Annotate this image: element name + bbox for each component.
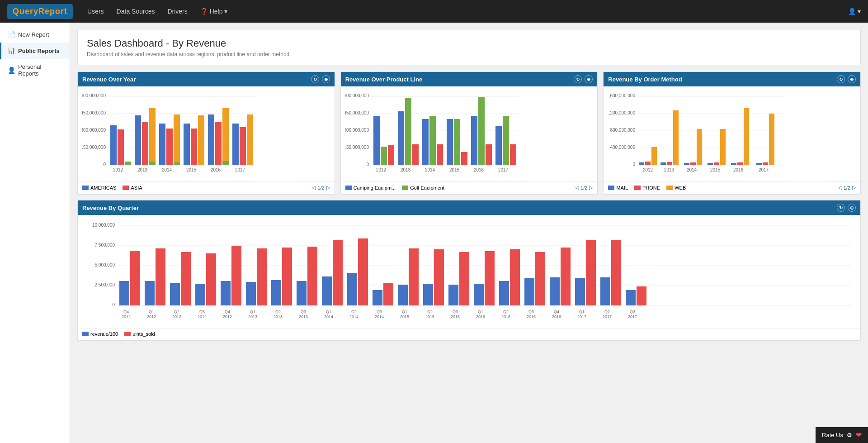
svg-text:Q1: Q1: [326, 310, 331, 314]
svg-text:0: 0: [633, 162, 636, 167]
svg-rect-179: [510, 249, 520, 305]
svg-rect-21: [174, 114, 180, 162]
nav-users[interactable]: Users: [82, 5, 109, 18]
sidebar-label-public-reports: Public Reports: [18, 48, 60, 54]
rate-us-bar[interactable]: Rate Us ⚙ ❤: [816, 427, 868, 443]
sidebar-item-new-report[interactable]: 📄 New Report: [0, 26, 70, 43]
svg-text:2014: 2014: [375, 314, 384, 319]
svg-rect-163: [409, 248, 419, 305]
svg-text:450,000,000: 450,000,000: [345, 110, 369, 115]
svg-text:0: 0: [103, 162, 106, 167]
svg-text:Q4: Q4: [225, 310, 230, 314]
svg-text:2016: 2016: [733, 167, 744, 172]
legend-next-order[interactable]: ▷: [852, 185, 856, 191]
svg-rect-191: [586, 240, 596, 305]
svg-rect-98: [744, 108, 749, 165]
svg-rect-19: [166, 129, 173, 165]
svg-text:2013: 2013: [248, 314, 257, 319]
legend-label-web: WEB: [675, 185, 686, 191]
settings-icon-year[interactable]: ⊕: [322, 75, 330, 83]
svg-text:2017: 2017: [498, 167, 509, 172]
legend-prev-year[interactable]: ◁: [312, 185, 316, 191]
legend-label-americas: AMERICAS: [90, 185, 116, 191]
refresh-icon-product[interactable]: ↻: [574, 75, 582, 83]
legend-color-camping: [345, 186, 352, 190]
svg-text:2013: 2013: [274, 314, 283, 319]
legend-nav-product: ◁ 1/2 ▷: [575, 185, 593, 191]
sidebar-item-public-reports[interactable]: 📊 Public Reports: [0, 43, 70, 59]
nav-help[interactable]: ❓ Help ▾: [195, 5, 233, 18]
svg-rect-88: [667, 162, 672, 165]
nav-drivers[interactable]: Drivers: [162, 5, 193, 18]
svg-rect-66: [503, 116, 509, 165]
legend-golf: Golf Equipment: [402, 185, 444, 191]
chart-revenue-by-quarter: Revenue By Quarter ↻ ⊕ 10,000,000 7,500,…: [77, 200, 861, 341]
sidebar-label-new-report: New Report: [18, 31, 49, 38]
svg-rect-96: [731, 163, 736, 165]
legend-units-sold: uints_sold: [124, 331, 155, 337]
svg-text:600,000,000: 600,000,000: [345, 93, 369, 98]
svg-text:2014: 2014: [349, 314, 359, 319]
svg-rect-17: [149, 108, 156, 162]
settings-icon-product[interactable]: ⊕: [585, 75, 593, 83]
logo-text: Query: [13, 7, 38, 16]
svg-text:2014: 2014: [687, 167, 697, 172]
svg-text:150,000,000: 150,000,000: [345, 145, 369, 150]
legend-next-product[interactable]: ▷: [589, 185, 593, 191]
chart-header-revenue-product: Revenue Over Product Line ↻ ⊕: [341, 72, 598, 86]
sidebar-label-personal-reports: Personal Reports: [18, 63, 63, 77]
nav-data-sources[interactable]: Data Sources: [111, 5, 160, 18]
svg-rect-64: [486, 144, 492, 165]
svg-rect-131: [206, 253, 216, 305]
refresh-icon-quarter[interactable]: ↻: [837, 204, 845, 212]
svg-rect-59: [447, 119, 453, 165]
svg-rect-167: [434, 249, 444, 305]
settings-icon-quarter[interactable]: ⊕: [848, 204, 856, 212]
svg-text:2016: 2016: [474, 167, 484, 172]
svg-text:0: 0: [112, 302, 115, 307]
legend-next-year[interactable]: ▷: [326, 185, 330, 191]
legend-label-revenue100: revenue/100: [90, 331, 118, 337]
svg-text:Q1: Q1: [149, 310, 154, 314]
svg-rect-171: [459, 252, 469, 305]
refresh-icon-year[interactable]: ↻: [311, 75, 319, 83]
chart-header-revenue-order: Revenue By Order Method ↻ ⊕: [604, 72, 860, 86]
svg-text:2014: 2014: [324, 314, 333, 319]
svg-rect-12: [125, 162, 131, 165]
user-menu[interactable]: 👤 ▾: [848, 8, 861, 15]
legend-mail: MAIL: [608, 185, 628, 191]
svg-rect-166: [423, 284, 433, 305]
topnav: QueryReport Users Data Sources Drivers ❓…: [0, 0, 868, 23]
svg-text:2015: 2015: [186, 167, 197, 172]
legend-color-web: [666, 186, 673, 190]
svg-rect-119: [130, 251, 140, 305]
svg-text:5,000,000: 5,000,000: [95, 262, 115, 267]
svg-text:2014: 2014: [162, 167, 172, 172]
svg-text:1,600,000,000: 1,600,000,000: [608, 93, 635, 98]
svg-rect-33: [247, 114, 253, 165]
svg-rect-126: [170, 283, 180, 305]
chart-icons-revenue-year: ↻ ⊕: [311, 75, 330, 83]
settings-icon-order[interactable]: ⊕: [848, 75, 856, 83]
svg-text:Q4: Q4: [554, 310, 559, 314]
svg-rect-151: [333, 240, 343, 305]
svg-rect-84: [639, 162, 644, 165]
svg-rect-26: [208, 114, 214, 165]
svg-text:2017: 2017: [628, 314, 637, 319]
legend-label-asia: ASIA: [131, 185, 142, 191]
svg-rect-186: [550, 277, 560, 305]
chart-svg-quarter: 10,000,000 7,500,000 5,000,000 2,500,000…: [82, 219, 855, 324]
sidebar-item-personal-reports[interactable]: 👤 Personal Reports: [0, 59, 70, 81]
svg-text:2012: 2012: [122, 314, 131, 319]
svg-rect-142: [271, 280, 281, 305]
legend-prev-product[interactable]: ◁: [575, 185, 579, 191]
legend-color-phone: [634, 186, 641, 190]
legend-prev-order[interactable]: ◁: [838, 185, 842, 191]
svg-rect-187: [561, 248, 571, 305]
chart-title-revenue-order: Revenue By Order Method: [608, 76, 682, 83]
chart-legend-revenue-year: AMERICAS ASIA ◁ 1/2 ▷: [78, 181, 335, 194]
svg-text:2015: 2015: [425, 314, 434, 319]
app-logo[interactable]: QueryReport: [7, 4, 73, 19]
svg-text:300,000,000: 300,000,000: [345, 128, 369, 133]
refresh-icon-order[interactable]: ↻: [837, 75, 845, 83]
